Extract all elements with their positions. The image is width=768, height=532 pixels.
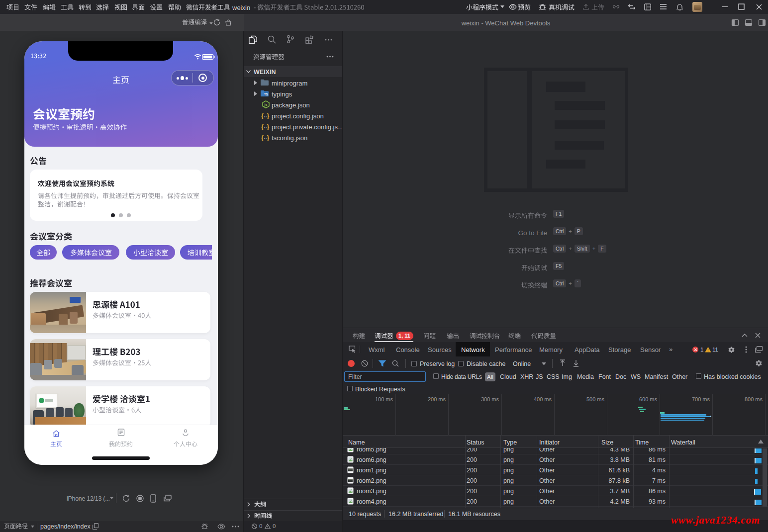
svg-text:js: js bbox=[264, 103, 268, 107]
svg-text:{: { bbox=[261, 123, 264, 130]
svg-text:{: { bbox=[261, 134, 264, 141]
svg-text:}: } bbox=[267, 112, 270, 119]
svg-text:}: } bbox=[267, 123, 270, 130]
svg-text:{: { bbox=[261, 112, 264, 119]
svg-text:}: } bbox=[267, 134, 270, 141]
svg-text:TS: TS bbox=[264, 92, 269, 96]
